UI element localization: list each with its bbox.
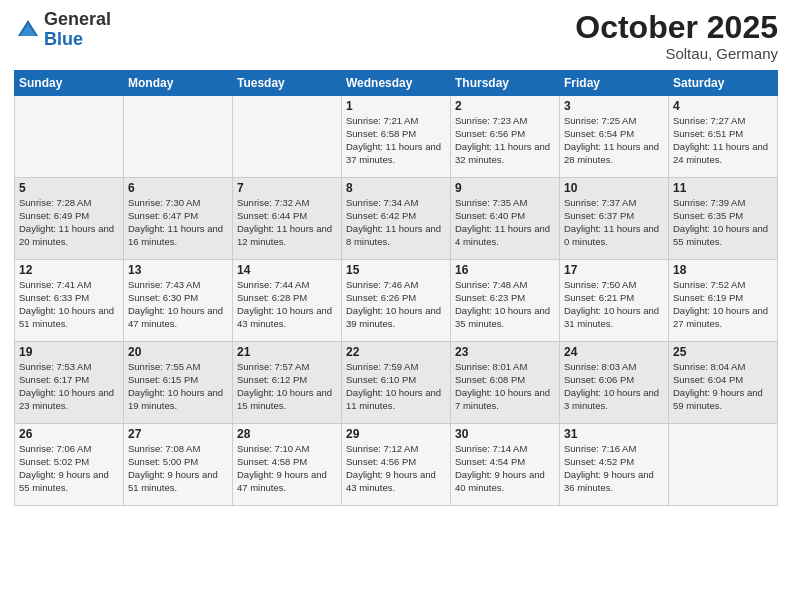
calendar-cell: 18Sunrise: 7:52 AM Sunset: 6:19 PM Dayli… xyxy=(669,260,778,342)
calendar-cell: 16Sunrise: 7:48 AM Sunset: 6:23 PM Dayli… xyxy=(451,260,560,342)
calendar-cell: 28Sunrise: 7:10 AM Sunset: 4:58 PM Dayli… xyxy=(233,424,342,506)
day-info: Sunrise: 7:14 AM Sunset: 4:54 PM Dayligh… xyxy=(455,443,555,494)
day-info: Sunrise: 7:21 AM Sunset: 6:58 PM Dayligh… xyxy=(346,115,446,166)
calendar-week: 1Sunrise: 7:21 AM Sunset: 6:58 PM Daylig… xyxy=(15,96,778,178)
day-info: Sunrise: 8:04 AM Sunset: 6:04 PM Dayligh… xyxy=(673,361,773,412)
day-number: 20 xyxy=(128,345,228,359)
day-info: Sunrise: 7:28 AM Sunset: 6:49 PM Dayligh… xyxy=(19,197,119,248)
day-number: 10 xyxy=(564,181,664,195)
day-header: Sunday xyxy=(15,71,124,96)
day-info: Sunrise: 7:59 AM Sunset: 6:10 PM Dayligh… xyxy=(346,361,446,412)
day-number: 21 xyxy=(237,345,337,359)
calendar-cell xyxy=(233,96,342,178)
calendar-cell: 19Sunrise: 7:53 AM Sunset: 6:17 PM Dayli… xyxy=(15,342,124,424)
day-number: 4 xyxy=(673,99,773,113)
day-number: 28 xyxy=(237,427,337,441)
day-number: 31 xyxy=(564,427,664,441)
day-header: Wednesday xyxy=(342,71,451,96)
calendar-cell: 9Sunrise: 7:35 AM Sunset: 6:40 PM Daylig… xyxy=(451,178,560,260)
day-info: Sunrise: 7:16 AM Sunset: 4:52 PM Dayligh… xyxy=(564,443,664,494)
calendar-cell: 25Sunrise: 8:04 AM Sunset: 6:04 PM Dayli… xyxy=(669,342,778,424)
calendar-cell: 5Sunrise: 7:28 AM Sunset: 6:49 PM Daylig… xyxy=(15,178,124,260)
day-info: Sunrise: 7:27 AM Sunset: 6:51 PM Dayligh… xyxy=(673,115,773,166)
day-info: Sunrise: 8:03 AM Sunset: 6:06 PM Dayligh… xyxy=(564,361,664,412)
calendar-cell: 14Sunrise: 7:44 AM Sunset: 6:28 PM Dayli… xyxy=(233,260,342,342)
day-info: Sunrise: 7:32 AM Sunset: 6:44 PM Dayligh… xyxy=(237,197,337,248)
day-header: Thursday xyxy=(451,71,560,96)
day-number: 7 xyxy=(237,181,337,195)
calendar-cell: 26Sunrise: 7:06 AM Sunset: 5:02 PM Dayli… xyxy=(15,424,124,506)
day-info: Sunrise: 7:52 AM Sunset: 6:19 PM Dayligh… xyxy=(673,279,773,330)
calendar-cell: 1Sunrise: 7:21 AM Sunset: 6:58 PM Daylig… xyxy=(342,96,451,178)
day-number: 12 xyxy=(19,263,119,277)
day-info: Sunrise: 7:08 AM Sunset: 5:00 PM Dayligh… xyxy=(128,443,228,494)
day-number: 23 xyxy=(455,345,555,359)
calendar-cell xyxy=(124,96,233,178)
day-number: 17 xyxy=(564,263,664,277)
day-info: Sunrise: 7:41 AM Sunset: 6:33 PM Dayligh… xyxy=(19,279,119,330)
day-info: Sunrise: 7:57 AM Sunset: 6:12 PM Dayligh… xyxy=(237,361,337,412)
day-info: Sunrise: 7:25 AM Sunset: 6:54 PM Dayligh… xyxy=(564,115,664,166)
calendar-cell xyxy=(15,96,124,178)
day-number: 3 xyxy=(564,99,664,113)
calendar-cell: 6Sunrise: 7:30 AM Sunset: 6:47 PM Daylig… xyxy=(124,178,233,260)
month-title: October 2025 xyxy=(575,10,778,45)
calendar-week: 12Sunrise: 7:41 AM Sunset: 6:33 PM Dayli… xyxy=(15,260,778,342)
day-number: 29 xyxy=(346,427,446,441)
calendar-week: 26Sunrise: 7:06 AM Sunset: 5:02 PM Dayli… xyxy=(15,424,778,506)
day-number: 14 xyxy=(237,263,337,277)
calendar-cell: 29Sunrise: 7:12 AM Sunset: 4:56 PM Dayli… xyxy=(342,424,451,506)
day-info: Sunrise: 7:48 AM Sunset: 6:23 PM Dayligh… xyxy=(455,279,555,330)
calendar-cell: 11Sunrise: 7:39 AM Sunset: 6:35 PM Dayli… xyxy=(669,178,778,260)
calendar-cell: 4Sunrise: 7:27 AM Sunset: 6:51 PM Daylig… xyxy=(669,96,778,178)
calendar-cell: 10Sunrise: 7:37 AM Sunset: 6:37 PM Dayli… xyxy=(560,178,669,260)
day-info: Sunrise: 7:30 AM Sunset: 6:47 PM Dayligh… xyxy=(128,197,228,248)
day-info: Sunrise: 8:01 AM Sunset: 6:08 PM Dayligh… xyxy=(455,361,555,412)
calendar-cell: 21Sunrise: 7:57 AM Sunset: 6:12 PM Dayli… xyxy=(233,342,342,424)
logo-general: General xyxy=(44,10,111,30)
day-number: 9 xyxy=(455,181,555,195)
day-number: 22 xyxy=(346,345,446,359)
calendar-cell: 13Sunrise: 7:43 AM Sunset: 6:30 PM Dayli… xyxy=(124,260,233,342)
day-info: Sunrise: 7:23 AM Sunset: 6:56 PM Dayligh… xyxy=(455,115,555,166)
calendar-cell: 2Sunrise: 7:23 AM Sunset: 6:56 PM Daylig… xyxy=(451,96,560,178)
day-info: Sunrise: 7:50 AM Sunset: 6:21 PM Dayligh… xyxy=(564,279,664,330)
logo-blue: Blue xyxy=(44,30,111,50)
calendar-week: 19Sunrise: 7:53 AM Sunset: 6:17 PM Dayli… xyxy=(15,342,778,424)
day-number: 24 xyxy=(564,345,664,359)
logo-icon xyxy=(14,16,42,44)
logo: General Blue xyxy=(14,10,111,50)
day-number: 18 xyxy=(673,263,773,277)
day-info: Sunrise: 7:53 AM Sunset: 6:17 PM Dayligh… xyxy=(19,361,119,412)
day-number: 25 xyxy=(673,345,773,359)
calendar-cell: 23Sunrise: 8:01 AM Sunset: 6:08 PM Dayli… xyxy=(451,342,560,424)
day-number: 30 xyxy=(455,427,555,441)
header: General Blue October 2025 Soltau, German… xyxy=(14,10,778,62)
day-number: 2 xyxy=(455,99,555,113)
header-row: SundayMondayTuesdayWednesdayThursdayFrid… xyxy=(15,71,778,96)
day-info: Sunrise: 7:37 AM Sunset: 6:37 PM Dayligh… xyxy=(564,197,664,248)
calendar-cell: 12Sunrise: 7:41 AM Sunset: 6:33 PM Dayli… xyxy=(15,260,124,342)
logo-text: General Blue xyxy=(44,10,111,50)
calendar-cell: 22Sunrise: 7:59 AM Sunset: 6:10 PM Dayli… xyxy=(342,342,451,424)
day-number: 6 xyxy=(128,181,228,195)
calendar-cell: 17Sunrise: 7:50 AM Sunset: 6:21 PM Dayli… xyxy=(560,260,669,342)
day-info: Sunrise: 7:35 AM Sunset: 6:40 PM Dayligh… xyxy=(455,197,555,248)
day-info: Sunrise: 7:10 AM Sunset: 4:58 PM Dayligh… xyxy=(237,443,337,494)
day-number: 11 xyxy=(673,181,773,195)
day-number: 8 xyxy=(346,181,446,195)
day-info: Sunrise: 7:46 AM Sunset: 6:26 PM Dayligh… xyxy=(346,279,446,330)
calendar-cell: 3Sunrise: 7:25 AM Sunset: 6:54 PM Daylig… xyxy=(560,96,669,178)
day-header: Monday xyxy=(124,71,233,96)
calendar-cell: 30Sunrise: 7:14 AM Sunset: 4:54 PM Dayli… xyxy=(451,424,560,506)
day-info: Sunrise: 7:12 AM Sunset: 4:56 PM Dayligh… xyxy=(346,443,446,494)
calendar-cell: 24Sunrise: 8:03 AM Sunset: 6:06 PM Dayli… xyxy=(560,342,669,424)
day-header: Friday xyxy=(560,71,669,96)
day-info: Sunrise: 7:55 AM Sunset: 6:15 PM Dayligh… xyxy=(128,361,228,412)
day-info: Sunrise: 7:44 AM Sunset: 6:28 PM Dayligh… xyxy=(237,279,337,330)
calendar-cell: 8Sunrise: 7:34 AM Sunset: 6:42 PM Daylig… xyxy=(342,178,451,260)
calendar-cell: 15Sunrise: 7:46 AM Sunset: 6:26 PM Dayli… xyxy=(342,260,451,342)
page: General Blue October 2025 Soltau, German… xyxy=(0,0,792,612)
day-number: 1 xyxy=(346,99,446,113)
day-number: 27 xyxy=(128,427,228,441)
